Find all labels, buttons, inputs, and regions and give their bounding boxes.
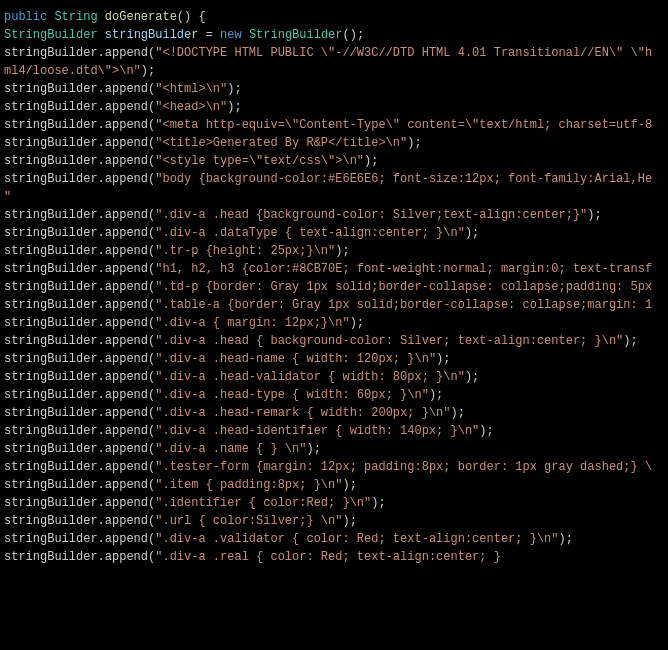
code-line: stringBuilder.append(".div-a .head-type …	[0, 386, 668, 404]
code-line: "	[0, 188, 668, 206]
code-content: public String doGenerate() { StringBuild…	[0, 8, 668, 566]
code-line: stringBuilder.append(".div-a .name { } \…	[0, 440, 668, 458]
code-line: stringBuilder.append(".tr-p {height: 25p…	[0, 242, 668, 260]
code-line: stringBuilder.append(".td-p {border: Gra…	[0, 278, 668, 296]
code-line: stringBuilder.append("<!DOCTYPE HTML PUB…	[0, 44, 668, 62]
code-line: stringBuilder.append(".div-a .dataType {…	[0, 224, 668, 242]
code-line: stringBuilder.append("body {background-c…	[0, 170, 668, 188]
code-line: stringBuilder.append(".div-a .head-remar…	[0, 404, 668, 422]
code-editor: public String doGenerate() { StringBuild…	[0, 0, 668, 650]
code-line: public String doGenerate() {	[0, 8, 668, 26]
code-line: ml4/loose.dtd\">\n");	[0, 62, 668, 80]
code-line: stringBuilder.append(".identifier { colo…	[0, 494, 668, 512]
code-line: stringBuilder.append("<head>\n");	[0, 98, 668, 116]
code-line: stringBuilder.append(".item { padding:8p…	[0, 476, 668, 494]
code-line: stringBuilder.append("h1, h2, h3 {color:…	[0, 260, 668, 278]
code-line: stringBuilder.append(".tester-form {marg…	[0, 458, 668, 476]
code-line: StringBuilder stringBuilder = new String…	[0, 26, 668, 44]
code-line: stringBuilder.append(".div-a .validator …	[0, 530, 668, 548]
code-line: stringBuilder.append(".div-a .head-valid…	[0, 368, 668, 386]
code-line: stringBuilder.append(".div-a .head {back…	[0, 206, 668, 224]
code-line: stringBuilder.append(".div-a .head-ident…	[0, 422, 668, 440]
code-line: stringBuilder.append(".url { color:Silve…	[0, 512, 668, 530]
code-line: stringBuilder.append("<meta http-equiv=\…	[0, 116, 668, 134]
code-line: stringBuilder.append(".div-a .real { col…	[0, 548, 668, 566]
code-line: stringBuilder.append(".div-a .head-name …	[0, 350, 668, 368]
code-line: stringBuilder.append(".table-a {border: …	[0, 296, 668, 314]
code-line: stringBuilder.append(".div-a { margin: 1…	[0, 314, 668, 332]
code-line: stringBuilder.append("<title>Generated B…	[0, 134, 668, 152]
code-line: stringBuilder.append("<style type=\"text…	[0, 152, 668, 170]
code-line: stringBuilder.append("<html>\n");	[0, 80, 668, 98]
code-line: stringBuilder.append(".div-a .head { bac…	[0, 332, 668, 350]
